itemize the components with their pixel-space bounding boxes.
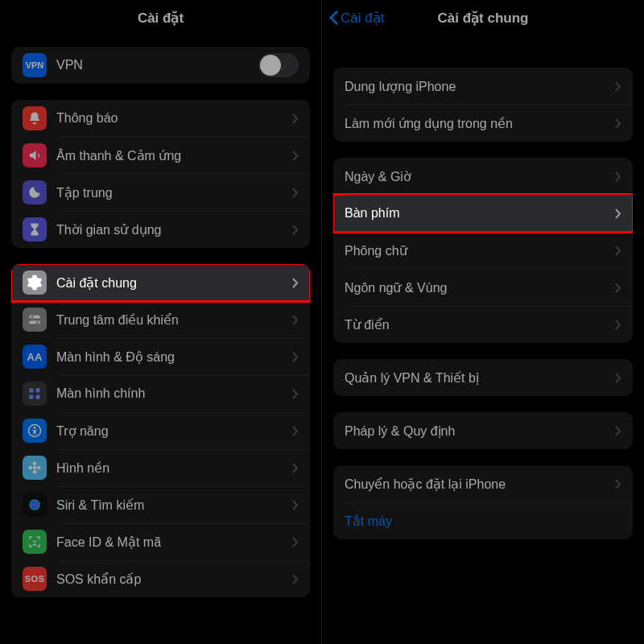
row-datetime[interactable]: Ngày & Giờ [333,158,633,195]
chevron-right-icon [615,426,621,436]
accessibility-label: Trợ năng [56,423,287,439]
back-button[interactable]: Cài đặt [328,10,384,27]
row-vpn[interactable]: VPN VPN [11,47,310,84]
navbar-right: Cài đặt Cài đặt chung [322,0,644,35]
fonts-label: Phông chữ [345,243,610,258]
row-legal[interactable]: Pháp lý & Quy định [333,412,633,449]
sos-icon: SOS [23,567,47,591]
svg-rect-1 [29,321,40,324]
row-faceid[interactable]: Face ID & Mật mã [11,523,310,560]
wallpaper-label: Hình nền [56,460,287,476]
chevron-right-icon [292,278,299,288]
svg-point-13 [29,466,33,470]
chevron-right-icon [615,81,621,92]
siri-icon [23,493,47,517]
row-siri[interactable]: Siri & Tìm kiếm [11,486,310,523]
svg-rect-0 [29,316,40,319]
vpn-icon: VPN [23,53,47,77]
row-notifications[interactable]: Thông báo [11,100,310,137]
group-notify: Thông báo Âm thanh & Cảm ứng Tập trung [11,100,310,248]
group-legal: Pháp lý & Quy định [333,412,633,449]
chevron-right-icon [615,373,621,383]
chevron-right-icon [292,500,299,510]
chevron-right-icon [292,463,299,473]
chevron-right-icon [292,114,299,124]
group-general: Cài đặt chung Trung tâm điều khiển AA Mà… [11,264,310,597]
row-home-screen[interactable]: Màn hình chính [11,375,310,412]
chevron-right-icon [615,171,621,182]
storage-label: Dung lượng iPhone [345,79,610,94]
row-storage[interactable]: Dung lượng iPhone [333,68,633,105]
focus-label: Tập trung [56,185,287,200]
row-background-refresh[interactable]: Làm mới ứng dụng trong nền [333,105,633,142]
display-label: Màn hình & Độ sáng [56,349,287,365]
language-label: Ngôn ngữ & Vùng [345,280,610,295]
svg-rect-5 [36,388,40,392]
row-keyboard[interactable]: Bàn phím [333,195,633,232]
general-pane: Cài đặt Cài đặt chung Dung lượng iPhone … [322,0,644,644]
svg-point-10 [33,466,37,470]
row-sound[interactable]: Âm thanh & Cảm ứng [11,137,310,174]
row-shutdown[interactable]: Tắt máy [333,502,633,539]
speaker-icon [23,143,47,167]
row-vpn-device[interactable]: Quản lý VPN & Thiết bị [333,359,633,396]
legal-label: Pháp lý & Quy định [345,423,610,439]
general-label: Cài đặt chung [56,275,287,291]
svg-rect-4 [29,388,33,392]
group-vpn: VPN VPN [11,47,310,84]
row-control-center[interactable]: Trung tâm điều khiển [11,301,310,338]
navbar-title: Cài đặt [138,10,184,27]
sound-label: Âm thanh & Cảm ứng [56,148,287,163]
background-refresh-label: Làm mới ứng dụng trong nền [345,116,610,131]
chevron-right-icon [292,188,299,198]
row-reset[interactable]: Chuyển hoặc đặt lại iPhone [333,465,633,502]
grid-icon [23,382,47,406]
navbar-title: Cài đặt chung [438,10,529,27]
sos-label: SOS khẩn cấp [56,572,287,587]
row-focus[interactable]: Tập trung [11,174,310,211]
screentime-label: Thời gian sử dụng [56,222,287,237]
svg-point-11 [33,462,37,466]
row-dictionary[interactable]: Từ điển [333,306,633,343]
bell-icon [23,106,47,130]
row-sos[interactable]: SOS SOS khẩn cấp [11,560,310,597]
home-label: Màn hình chính [56,386,287,401]
row-screentime[interactable]: Thời gian sử dụng [11,211,310,248]
chevron-right-icon [292,389,299,399]
svg-point-2 [31,316,34,318]
settings-pane: Cài đặt VPN VPN Thông báo [0,0,322,644]
faceid-icon [23,530,47,554]
chevron-right-icon [292,426,299,436]
moon-icon [23,180,47,204]
chevron-right-icon [292,537,299,547]
vpn-toggle[interactable] [258,53,299,77]
faceid-label: Face ID & Mật mã [56,535,287,550]
row-wallpaper[interactable]: Hình nền [11,449,310,486]
row-display[interactable]: AA Màn hình & Độ sáng [11,338,310,375]
row-language[interactable]: Ngôn ngữ & Vùng [333,269,633,306]
row-fonts[interactable]: Phông chữ [333,232,633,269]
chevron-right-icon [615,479,621,489]
chevron-right-icon [292,352,299,362]
svg-rect-6 [29,395,33,399]
chevron-right-icon [615,118,621,129]
chevron-right-icon [615,320,621,330]
chevron-right-icon [615,208,621,219]
chevron-right-icon [292,151,299,161]
navbar-left: Cài đặt [0,0,321,35]
group-keyboard: Ngày & Giờ Bàn phím Phông chữ Ngôn ngữ &… [333,158,633,343]
chevron-right-icon [292,315,299,325]
chevron-right-icon [292,225,299,235]
row-general[interactable]: Cài đặt chung [11,264,310,301]
accessibility-icon [23,419,47,443]
switches-icon [23,308,47,332]
back-label: Cài đặt [341,10,384,27]
settings-content: VPN VPN Thông báo Âm thanh [0,47,321,597]
datetime-label: Ngày & Giờ [345,169,610,184]
group-reset: Chuyển hoặc đặt lại iPhone Tắt máy [333,465,633,539]
shutdown-label: Tắt máy [345,514,621,529]
svg-point-9 [34,427,36,429]
vpn-device-label: Quản lý VPN & Thiết bị [345,370,610,386]
row-accessibility[interactable]: Trợ năng [11,412,310,449]
dictionary-label: Từ điển [345,317,610,332]
